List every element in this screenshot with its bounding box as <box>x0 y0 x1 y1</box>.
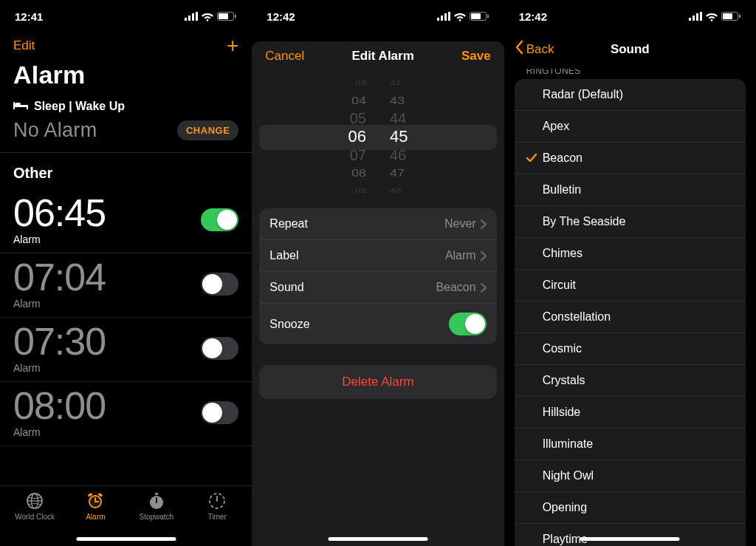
home-indicator[interactable] <box>580 537 680 541</box>
ringtone-row[interactable]: Constellation <box>515 301 746 333</box>
wifi-icon <box>454 12 466 21</box>
cellular-icon <box>437 12 450 21</box>
cellular-icon <box>185 12 198 21</box>
svg-rect-35 <box>700 12 702 21</box>
svg-rect-37 <box>723 13 732 19</box>
alarm-label: Alarm <box>13 426 106 438</box>
ringtone-row[interactable]: Hillside <box>515 397 746 429</box>
tab-label: World Clock <box>15 513 55 521</box>
page-title: Sound <box>504 42 756 57</box>
ringtone-row[interactable]: Radar (Default) <box>515 79 746 111</box>
time-picker[interactable]: 03 04 05 06 07 08 09 42 43 44 45 46 47 4… <box>252 74 504 199</box>
tab-stopwatch[interactable]: Stopwatch <box>126 492 187 521</box>
alarm-row[interactable]: 06:45Alarm <box>0 189 252 253</box>
modal-title: Edit Alarm <box>351 49 413 64</box>
ringtone-name: Apex <box>543 120 569 133</box>
battery-icon <box>721 12 741 21</box>
ringtone-row[interactable]: Night Owl <box>515 460 746 492</box>
ringtone-row[interactable]: Illuminate <box>515 429 746 460</box>
home-indicator[interactable] <box>328 537 427 541</box>
svg-rect-33 <box>693 16 695 21</box>
ringtone-row[interactable]: Circuit <box>515 270 746 301</box>
status-bar: 12:42 <box>504 0 756 33</box>
checkmark-icon <box>523 153 540 163</box>
ringtone-name: Chimes <box>543 247 583 260</box>
tab-timer[interactable]: Timer <box>187 492 247 521</box>
ringtone-name: Bulletin <box>543 183 581 197</box>
ringtone-name: Cosmic <box>543 342 582 355</box>
ringtone-row[interactable]: Cosmic <box>515 333 746 365</box>
ringtone-row[interactable]: Chimes <box>515 238 746 270</box>
svg-rect-27 <box>444 13 447 21</box>
snooze-row: Snooze <box>259 304 496 344</box>
alarm-row[interactable]: 07:04Alarm <box>0 253 252 318</box>
ringtone-name: Circuit <box>543 279 576 292</box>
svg-rect-28 <box>448 12 450 21</box>
alarm-label: Alarm <box>13 362 106 374</box>
status-time: 12:42 <box>519 10 547 23</box>
ringtone-row[interactable]: Bulletin <box>515 174 746 206</box>
repeat-row[interactable]: Repeat Never <box>259 208 496 240</box>
no-alarm-text: No Alarm <box>13 119 97 142</box>
screen-sound: 12:42 Back Sound RINGTONES Radar (Defaul… <box>504 0 756 546</box>
alarm-toggle[interactable] <box>201 273 238 296</box>
chevron-right-icon <box>481 251 487 261</box>
ringtone-row[interactable]: Playtime <box>515 524 746 546</box>
svg-rect-34 <box>696 13 698 21</box>
sound-row[interactable]: Sound Beacon <box>259 272 496 304</box>
label-row[interactable]: Label Alarm <box>259 240 496 272</box>
ringtone-row[interactable]: Opening <box>515 492 746 524</box>
ringtone-row[interactable]: By The Seaside <box>515 206 746 238</box>
tab-label: Stopwatch <box>139 513 173 521</box>
alarm-time: 06:45 <box>13 194 106 232</box>
save-button[interactable]: Save <box>461 49 491 64</box>
edit-button[interactable]: Edit <box>13 38 35 53</box>
alarm-time: 07:04 <box>13 258 106 296</box>
change-sleep-button[interactable]: CHANGE <box>177 120 238 140</box>
home-indicator[interactable] <box>76 537 176 541</box>
cancel-button[interactable]: Cancel <box>265 49 304 64</box>
svg-rect-31 <box>487 15 489 18</box>
svg-rect-21 <box>155 493 158 495</box>
label-value: Alarm <box>445 249 476 262</box>
page-title: Alarm <box>0 61 252 95</box>
alarm-label: Alarm <box>13 298 106 310</box>
label-label: Label <box>269 249 298 262</box>
add-alarm-button[interactable]: + <box>227 35 238 56</box>
alarm-clock-icon <box>86 492 104 510</box>
alarm-label: Alarm <box>13 233 106 245</box>
svg-rect-10 <box>15 103 21 106</box>
ringtone-name: Crystals <box>543 374 585 387</box>
alarm-row[interactable]: 08:00Alarm <box>0 382 252 446</box>
ringtone-row[interactable]: Beacon <box>515 143 746 174</box>
alarm-toggle[interactable] <box>201 401 238 424</box>
repeat-label: Repeat <box>269 217 308 231</box>
svg-rect-2 <box>192 13 194 21</box>
alarm-row[interactable]: 07:30Alarm <box>0 318 252 382</box>
ringtone-name: Hillside <box>543 406 581 419</box>
svg-rect-26 <box>441 16 443 21</box>
alarm-toggle[interactable] <box>201 208 238 231</box>
ringtone-name: Illuminate <box>543 437 593 451</box>
stopwatch-icon <box>148 492 165 510</box>
sound-value: Beacon <box>436 281 475 294</box>
snooze-toggle[interactable] <box>449 313 487 335</box>
repeat-value: Never <box>444 217 476 231</box>
picker-hours: 03 04 05 06 07 08 09 <box>252 74 378 199</box>
battery-icon <box>217 12 237 21</box>
tab-alarm[interactable]: Alarm <box>65 492 126 521</box>
alarm-toggle[interactable] <box>201 337 238 360</box>
tab-label: Timer <box>208 513 227 521</box>
battery-icon <box>470 12 489 21</box>
delete-alarm-button[interactable]: Delete Alarm <box>259 365 496 399</box>
snooze-label: Snooze <box>269 318 309 331</box>
ringtone-row[interactable]: Apex <box>515 111 746 143</box>
ringtone-name: Night Owl <box>543 469 594 482</box>
tab-label: Alarm <box>86 513 105 521</box>
status-bar: 12:41 <box>0 0 252 33</box>
alarm-time: 08:00 <box>13 386 106 425</box>
tab-world-clock[interactable]: World Clock <box>4 492 65 521</box>
chevron-right-icon <box>481 283 487 293</box>
svg-rect-9 <box>27 105 28 109</box>
ringtone-row[interactable]: Crystals <box>515 365 746 397</box>
